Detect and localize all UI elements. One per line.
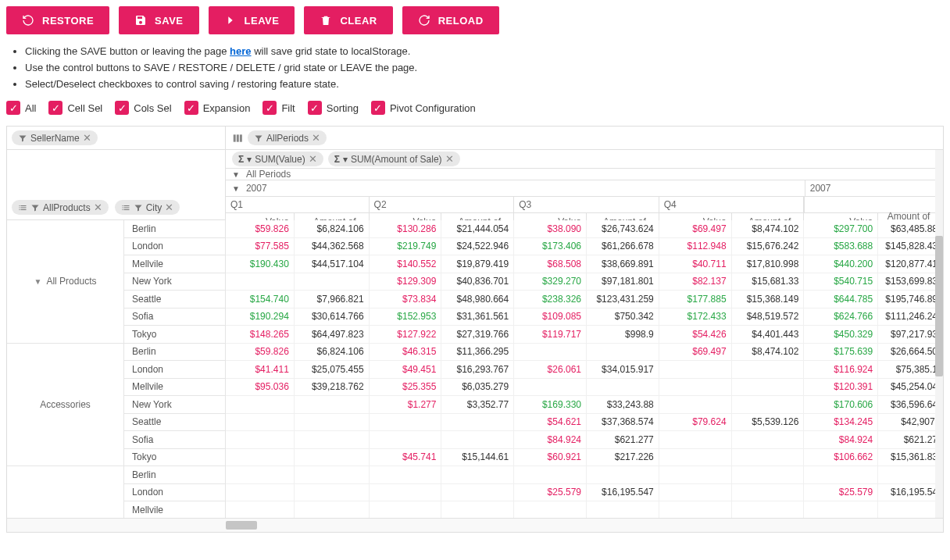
column-header[interactable]: ↑Value — [659, 213, 732, 220]
data-cell[interactable] — [226, 484, 295, 501]
data-cell[interactable]: $26,664.50 — [878, 344, 943, 361]
close-icon[interactable]: ✕ — [445, 153, 454, 165]
quarter-header[interactable]: Q1 — [226, 197, 370, 212]
column-header[interactable]: ↑Amount of... — [732, 213, 805, 220]
data-cell[interactable]: $68.508 — [514, 255, 587, 273]
close-icon[interactable]: ✕ — [165, 202, 173, 213]
chevron-down-icon[interactable]: ▼ — [232, 184, 240, 193]
data-cell[interactable]: $64,497.823 — [295, 326, 370, 343]
chip-allperiods[interactable]: AllPeriods✕ — [248, 130, 327, 145]
data-cell[interactable] — [370, 414, 442, 431]
data-cell[interactable] — [732, 379, 805, 396]
city-row-header[interactable]: New York — [124, 396, 225, 414]
data-cell[interactable]: $16,195.54 — [878, 484, 943, 501]
data-cell[interactable]: $219.749 — [370, 238, 442, 255]
data-cell[interactable]: $42,907. — [878, 414, 943, 431]
data-cell[interactable] — [587, 379, 659, 396]
data-cell[interactable] — [587, 501, 659, 518]
data-cell[interactable]: $95.036 — [226, 379, 295, 396]
data-cell[interactable] — [659, 449, 732, 466]
city-row-header[interactable]: Berlin — [124, 220, 225, 238]
data-cell[interactable]: $153,699.83 — [878, 273, 943, 291]
column-header[interactable]: ↑Value — [514, 213, 587, 220]
data-cell[interactable]: $5,539.126 — [732, 414, 805, 431]
data-cell[interactable] — [514, 501, 587, 518]
data-cell[interactable] — [659, 361, 732, 378]
data-cell[interactable]: $25.579 — [514, 484, 587, 501]
data-cell[interactable]: $73.834 — [370, 291, 442, 308]
data-cell[interactable]: $120,877.41 — [878, 255, 943, 273]
data-cell[interactable] — [732, 466, 805, 483]
data-cell[interactable]: $450.329 — [804, 326, 878, 343]
data-cell[interactable]: $44,517.104 — [295, 255, 370, 273]
data-cell[interactable]: $46.315 — [370, 344, 442, 361]
city-row-header[interactable]: New York — [124, 273, 225, 291]
data-cell[interactable]: $129.309 — [370, 273, 442, 291]
chip-sum-value[interactable]: Σ ▾ SUM(Value)✕ — [232, 152, 323, 166]
col-chip-area[interactable]: AllPeriods✕ — [226, 127, 943, 150]
data-cell[interactable]: $120.391 — [804, 379, 878, 396]
data-cell[interactable] — [295, 414, 370, 431]
data-cell[interactable]: $26.061 — [514, 361, 587, 378]
data-cell[interactable]: $644.785 — [804, 291, 878, 308]
data-cell[interactable]: $25.355 — [370, 379, 442, 396]
data-cell[interactable] — [226, 431, 295, 448]
data-cell[interactable]: $329.270 — [514, 273, 587, 291]
city-row-header[interactable]: Mellvile — [124, 379, 225, 397]
chip-sum-amount[interactable]: Σ ▾ SUM(Amount of Sale)✕ — [328, 152, 460, 166]
data-cell[interactable]: $134.245 — [804, 414, 878, 431]
data-cell[interactable]: $21,444.054 — [441, 220, 514, 237]
data-cell[interactable]: $621.27 — [878, 431, 943, 448]
data-cell[interactable] — [659, 484, 732, 501]
restore-button[interactable]: RESTORE — [6, 6, 109, 34]
city-row-header[interactable]: Seattle — [124, 291, 225, 309]
data-cell[interactable]: $40,836.701 — [441, 273, 514, 291]
data-cell[interactable]: $3,352.77 — [441, 396, 514, 413]
data-cell[interactable]: $30,614.766 — [295, 309, 370, 326]
data-cell[interactable]: $8,474.102 — [732, 220, 805, 237]
here-link[interactable]: here — [230, 45, 251, 57]
data-cell[interactable] — [441, 484, 514, 501]
checkbox-cols-sel[interactable]: ✓Cols Sel — [115, 101, 171, 115]
row-chip-area-bottom[interactable]: AllProducts✕ City✕ — [7, 150, 226, 220]
data-cell[interactable] — [878, 466, 943, 483]
data-cell[interactable] — [226, 449, 295, 466]
data-cell[interactable] — [878, 501, 943, 518]
data-cell[interactable] — [659, 431, 732, 448]
data-cell[interactable]: $38,669.891 — [587, 255, 659, 273]
data-cell[interactable]: $112.948 — [659, 238, 732, 255]
year-2007-expanded[interactable]: ▼2007 — [226, 180, 805, 196]
data-cell[interactable] — [226, 273, 295, 291]
data-cell[interactable]: $998.9 — [587, 326, 659, 343]
data-cell[interactable]: $195,746.89 — [878, 291, 943, 308]
data-cell[interactable]: $79.624 — [659, 414, 732, 431]
city-row-header[interactable]: Tokyo — [124, 449, 225, 467]
column-header[interactable]: ↑Amount of... — [441, 213, 514, 220]
data-cell[interactable] — [804, 466, 878, 483]
data-cell[interactable] — [370, 431, 442, 448]
product-group[interactable]: ▼All Products — [7, 220, 123, 344]
data-cell[interactable]: $190.430 — [226, 255, 295, 273]
column-header[interactable]: ↑Value — [370, 213, 442, 220]
checkbox-expansion[interactable]: ✓Expansion — [184, 101, 251, 115]
checkbox-all[interactable]: ✓All — [6, 101, 36, 115]
data-cell[interactable] — [659, 501, 732, 518]
checkbox-sorting[interactable]: ✓Sorting — [308, 101, 359, 115]
data-cell[interactable]: $37,368.574 — [587, 414, 659, 431]
data-cell[interactable]: $84.924 — [804, 431, 878, 448]
city-row-header[interactable]: London — [124, 484, 225, 502]
column-header[interactable]: ↑Amount of... — [295, 213, 370, 220]
data-cell[interactable]: $190.294 — [226, 309, 295, 326]
data-cell[interactable]: $173.406 — [514, 238, 587, 255]
data-cell[interactable]: $48,980.664 — [441, 291, 514, 308]
data-cell[interactable]: $177.885 — [659, 291, 732, 308]
data-cell[interactable] — [587, 466, 659, 483]
data-cell[interactable]: $170.606 — [804, 396, 878, 413]
data-cell[interactable]: $69.497 — [659, 220, 732, 237]
chip-city[interactable]: City✕ — [115, 200, 180, 215]
data-cell[interactable] — [732, 396, 805, 413]
data-cell[interactable]: $25,075.455 — [295, 361, 370, 378]
data-cell[interactable]: $84.924 — [514, 431, 587, 448]
data-cell[interactable]: $1.277 — [370, 396, 442, 413]
data-cell[interactable]: $145,828.43 — [878, 238, 943, 255]
